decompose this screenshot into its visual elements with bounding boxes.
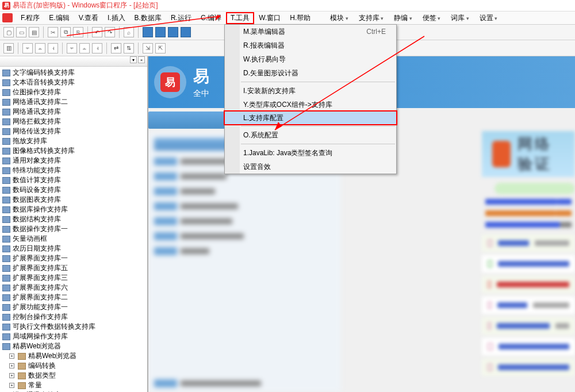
menu-help[interactable]: H.帮助 bbox=[285, 12, 315, 24]
tree-item[interactable]: 精易Web浏览器 bbox=[0, 341, 147, 351]
dropdown-item[interactable]: 设置音效 bbox=[225, 160, 396, 174]
dropdown-item[interactable]: W.执行易向导 bbox=[225, 52, 396, 66]
size1-icon[interactable]: ⇲ bbox=[143, 43, 153, 53]
dropdown-item[interactable]: R.报表编辑器 bbox=[225, 39, 396, 52]
tree-sub-item[interactable]: +编码转换 bbox=[0, 361, 147, 371]
expander-icon[interactable]: + bbox=[9, 353, 14, 359]
tree-item[interactable]: 数据图表支持库 bbox=[0, 195, 147, 205]
library-tree[interactable]: 文字编码转换支持库文本语音转换支持库位图操作支持库网络通讯支持库二网络通讯支持库… bbox=[0, 67, 147, 392]
menu-note[interactable]: 便签 bbox=[419, 12, 444, 24]
tree-item[interactable]: 扩展界面支持库五 bbox=[0, 263, 147, 273]
tree-item[interactable]: 扩展界面支持库一 bbox=[0, 253, 147, 263]
menu-dict[interactable]: 词库 bbox=[447, 12, 473, 24]
dropdown-item[interactable]: M.菜单编辑器Ctrl+E bbox=[225, 25, 396, 39]
align3-icon[interactable]: ⫠ bbox=[35, 43, 45, 53]
tree-item[interactable]: 网络拦截支持库 bbox=[0, 117, 147, 126]
tree-sub-item[interactable]: +精易Web浏览器 bbox=[0, 351, 147, 361]
expander-icon[interactable]: + bbox=[9, 373, 14, 378]
copy-icon[interactable]: ⧉ bbox=[60, 27, 71, 37]
dist2-icon[interactable]: ⇅ bbox=[124, 43, 134, 53]
tree-item[interactable]: 数码设备支持库 bbox=[0, 185, 147, 195]
banner-subtitle: 全中 bbox=[193, 89, 209, 99]
tree-item[interactable]: 数据库操作支持库 bbox=[0, 205, 147, 214]
tools-dropdown: M.菜单编辑器Ctrl+ER.报表编辑器W.执行易向导D.矢量图形设计器I.安装… bbox=[224, 24, 397, 174]
tree-item[interactable]: 网络传送支持库 bbox=[0, 126, 147, 136]
size2-icon[interactable]: ⇱ bbox=[155, 43, 166, 53]
panel-close-icon[interactable]: × bbox=[138, 56, 145, 63]
tree-item[interactable]: 矢量动画框 bbox=[0, 234, 147, 244]
tree-item[interactable]: 位图操作支持库 bbox=[0, 87, 147, 97]
find-icon[interactable]: ⌕ bbox=[124, 27, 134, 37]
layout4-icon[interactable] bbox=[181, 27, 191, 37]
tree-item[interactable]: 数据结构支持库 bbox=[0, 214, 147, 224]
layout2-icon[interactable] bbox=[155, 27, 166, 37]
menu-tools[interactable]: T.工具 bbox=[226, 12, 254, 24]
panel-min-icon[interactable]: ▾ bbox=[130, 56, 137, 63]
save-icon[interactable]: ▤ bbox=[29, 27, 39, 37]
tree-item[interactable]: 可执行文件数据转换支持库 bbox=[0, 322, 147, 332]
tree-item[interactable]: 扩展界面支持库六 bbox=[0, 283, 147, 293]
tree-item[interactable]: 通用对象支持库 bbox=[0, 156, 147, 166]
lib-icon bbox=[2, 148, 10, 155]
menu-support-lib[interactable]: 支持库 bbox=[355, 12, 388, 24]
menu-edit[interactable]: E.编辑 bbox=[44, 12, 74, 24]
tree-item[interactable]: 数据操作支持库一 bbox=[0, 224, 147, 234]
dropdown-item[interactable]: Y.类型库或OCX组件->支持库 bbox=[225, 98, 396, 112]
align1-icon[interactable]: ▥ bbox=[3, 43, 14, 53]
align4-icon[interactable]: ⫞ bbox=[48, 43, 58, 53]
menu-compile[interactable]: C.编译 bbox=[196, 12, 226, 24]
menu-run[interactable]: R.运行 bbox=[166, 12, 196, 24]
tree-item[interactable]: 控制台操作支持库 bbox=[0, 312, 147, 322]
menu-module[interactable]: 模块 bbox=[327, 12, 352, 24]
dropdown-label: 设置音效 bbox=[243, 162, 271, 172]
tree-item[interactable]: 拖放支持库 bbox=[0, 136, 147, 146]
menu-insert[interactable]: I.插入 bbox=[103, 12, 130, 24]
align2-icon[interactable]: ⫟ bbox=[22, 43, 33, 53]
dropdown-item[interactable]: O.系统配置 bbox=[225, 128, 396, 142]
tree-sub-item[interactable]: +常量 bbox=[0, 381, 147, 390]
layout3-icon[interactable] bbox=[168, 27, 178, 37]
tree-item[interactable]: 扩展功能支持库一 bbox=[0, 302, 147, 312]
menu-settings[interactable]: 设置 bbox=[476, 12, 501, 24]
tree-item[interactable]: 特殊功能支持库 bbox=[0, 166, 147, 175]
lib-icon bbox=[2, 167, 10, 174]
open-icon[interactable]: ▭ bbox=[16, 27, 26, 37]
layout1-icon[interactable] bbox=[143, 27, 153, 37]
menu-window[interactable]: W.窗口 bbox=[254, 12, 285, 24]
cut-icon[interactable]: ✂ bbox=[48, 27, 58, 37]
menu-static-compile[interactable]: 静编 bbox=[390, 12, 416, 24]
lib-icon bbox=[2, 79, 10, 86]
tree-item[interactable]: 数值计算支持库 bbox=[0, 175, 147, 185]
lib-icon bbox=[2, 157, 10, 164]
tree-item[interactable]: 扩展界面支持库二 bbox=[0, 293, 147, 302]
paste-icon[interactable]: ⎘ bbox=[73, 27, 83, 37]
tree-item[interactable]: 局域网操作支持库 bbox=[0, 332, 147, 341]
expander-icon[interactable]: + bbox=[9, 363, 14, 368]
tree-item[interactable]: 扩展界面支持库三 bbox=[0, 273, 147, 283]
tree-item[interactable]: 网络通讯支持库二 bbox=[0, 97, 147, 107]
align7-icon[interactable]: ⫞ bbox=[92, 43, 102, 53]
lib-icon bbox=[2, 294, 10, 301]
new-icon[interactable]: ▢ bbox=[3, 27, 14, 37]
expander-icon[interactable]: + bbox=[9, 383, 14, 388]
menu-view[interactable]: V.查看 bbox=[74, 12, 103, 24]
tree-item[interactable]: 文字编码转换支持库 bbox=[0, 68, 147, 78]
menu-program[interactable]: F.程序 bbox=[16, 12, 44, 24]
dropdown-item[interactable]: D.矢量图形设计器 bbox=[225, 66, 396, 80]
dropdown-item[interactable]: I.安装新的支持库 bbox=[225, 84, 396, 98]
align5-icon[interactable]: ⫟ bbox=[67, 43, 77, 53]
tree-item[interactable]: 农历日期支持库 bbox=[0, 244, 147, 253]
dropdown-item[interactable]: L.支持库配置 bbox=[224, 111, 397, 125]
dist1-icon[interactable]: ⇄ bbox=[111, 43, 121, 53]
tree-label: 扩展界面支持库一 bbox=[13, 253, 68, 263]
align6-icon[interactable]: ⫠ bbox=[79, 43, 90, 53]
tree-item[interactable]: 网络通讯支持库 bbox=[0, 107, 147, 117]
card-title: 网络验证 bbox=[518, 134, 565, 174]
tree-sub-item[interactable]: +数据类型 bbox=[0, 371, 147, 381]
menu-database[interactable]: B.数据库 bbox=[130, 12, 166, 24]
tree-item[interactable]: 图像格式转换支持库 bbox=[0, 146, 147, 156]
tree-item[interactable]: 文本语音转换支持库 bbox=[0, 78, 147, 87]
undo-icon[interactable]: ↶ bbox=[92, 27, 102, 37]
redo-icon[interactable]: ↷ bbox=[105, 27, 115, 37]
dropdown-item[interactable]: 1.JavaLib: Java类型签名查询 bbox=[225, 146, 396, 160]
